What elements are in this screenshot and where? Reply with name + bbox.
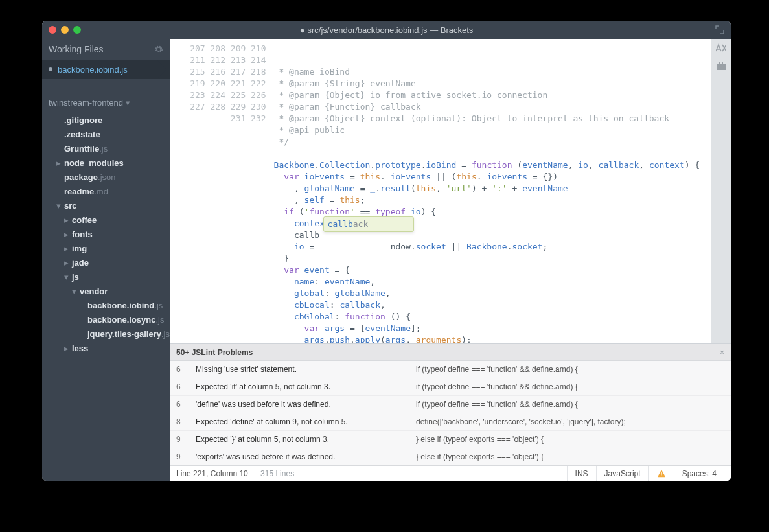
- working-file-item[interactable]: backbone.iobind.js: [42, 60, 170, 79]
- problems-panel: 50+ JSLint Problems × 6Missing 'use stri…: [170, 343, 731, 465]
- tree-item[interactable]: ▸fonts: [49, 227, 170, 241]
- tree-item[interactable]: Gruntfile.js: [49, 141, 170, 156]
- tree-arrow-icon: ▸: [64, 229, 71, 239]
- tree-item[interactable]: ▾js: [49, 270, 170, 284]
- tree-item[interactable]: .zedstate: [49, 127, 170, 141]
- problem-row[interactable]: 8Expected 'define' at column 9, not colu…: [170, 413, 731, 431]
- gear-icon[interactable]: [154, 45, 163, 54]
- tree-item[interactable]: ▸node_modules: [49, 156, 170, 170]
- tree-arrow-icon: ▾: [72, 286, 78, 296]
- project-dropdown[interactable]: twinstream-frontend ▾: [42, 92, 170, 113]
- tree-arrow-icon: ▸: [64, 215, 71, 225]
- modified-dot-icon: [49, 67, 52, 71]
- working-files-header: Working Files: [42, 39, 170, 60]
- close-icon[interactable]: ×: [720, 348, 724, 357]
- tree-arrow-icon: ▸: [64, 244, 71, 253]
- total-lines: — 315 Lines: [251, 469, 294, 478]
- tree-item[interactable]: ▸img: [49, 241, 170, 255]
- extensions-icon[interactable]: [716, 61, 726, 71]
- tree-item[interactable]: package.json: [49, 170, 170, 184]
- tree-arrow-icon: ▾: [64, 272, 71, 282]
- window-title: ●src/js/vendor/backbone.iobind.js — Brac…: [42, 25, 731, 35]
- tree-item[interactable]: ▸jade: [49, 255, 170, 270]
- window-title-text: src/js/vendor/backbone.iobind.js — Brack…: [308, 25, 474, 35]
- tree-item[interactable]: ▾vendor: [49, 284, 170, 298]
- svg-rect-3: [661, 472, 661, 474]
- tree-arrow-icon: ▸: [64, 258, 71, 268]
- tree-arrow-icon: ▸: [56, 158, 63, 168]
- problems-list[interactable]: 6Missing 'use strict' statement.if (type…: [170, 361, 731, 465]
- tree-arrow-icon: ▾: [56, 201, 63, 211]
- svg-rect-0: [717, 64, 726, 70]
- app-window: ●src/js/vendor/backbone.iobind.js — Brac…: [42, 21, 731, 481]
- chevron-down-icon: ▾: [126, 98, 130, 108]
- sidebar: Working Files backbone.iobind.js twinstr…: [42, 39, 170, 481]
- code-source[interactable]: * @name ioBind * @param {String} eventNa…: [271, 39, 711, 343]
- tree-item[interactable]: ▸less: [49, 341, 170, 355]
- language-mode[interactable]: JavaScript: [596, 466, 648, 481]
- tree-item[interactable]: backbone.iobind.js: [49, 298, 170, 312]
- tree-item[interactable]: readme.md: [49, 184, 170, 198]
- problems-panel-header[interactable]: 50+ JSLint Problems ×: [170, 344, 731, 361]
- warning-icon[interactable]: [648, 466, 674, 481]
- problem-row[interactable]: 6'define' was used before it was defined…: [170, 396, 731, 413]
- tree-arrow-icon: ▸: [64, 343, 71, 353]
- tree-item[interactable]: ▾src: [49, 198, 170, 213]
- problem-row[interactable]: 6Expected 'if' at column 5, not column 3…: [170, 378, 731, 396]
- modified-indicator: ●: [300, 25, 305, 35]
- titlebar[interactable]: ●src/js/vendor/backbone.iobind.js — Brac…: [42, 21, 731, 39]
- indent-mode[interactable]: Spaces: 4: [674, 466, 724, 481]
- live-preview-icon[interactable]: [716, 43, 726, 53]
- svg-rect-2: [722, 62, 723, 64]
- problem-row[interactable]: 6Missing 'use strict' statement.if (type…: [170, 361, 731, 378]
- cursor-position[interactable]: Line 221, Column 10: [176, 469, 248, 478]
- svg-rect-1: [719, 62, 720, 64]
- problems-title: 50+ JSLint Problems: [176, 348, 253, 357]
- problem-row[interactable]: 9Expected '}' at column 5, not column 3.…: [170, 431, 731, 448]
- insert-mode[interactable]: INS: [567, 466, 596, 481]
- main-area: 207 208 209 210 211 212 213 214 215 216 …: [170, 39, 731, 481]
- right-toolbar: [711, 39, 731, 343]
- tree-item[interactable]: .gitignore: [49, 113, 170, 127]
- file-tree: .gitignore.zedstateGruntfile.js▸node_mod…: [42, 113, 170, 355]
- line-gutter: 207 208 209 210 211 212 213 214 215 216 …: [170, 39, 271, 343]
- svg-rect-4: [661, 475, 661, 476]
- project-name: twinstream-frontend: [49, 98, 123, 108]
- problem-row[interactable]: 9'exports' was used before it was define…: [170, 448, 731, 465]
- status-bar: Line 221, Column 10 — 315 Lines INS Java…: [170, 465, 731, 481]
- code-editor[interactable]: 207 208 209 210 211 212 213 214 215 216 …: [170, 39, 711, 343]
- code-hint-popup[interactable]: callback: [323, 216, 415, 232]
- tree-item[interactable]: jquery.tiles-gallery.js: [49, 327, 170, 341]
- tree-item[interactable]: ▸coffee: [49, 213, 170, 227]
- working-file-name: backbone.iobind.js: [58, 65, 128, 75]
- tree-item[interactable]: backbone.iosync.js: [49, 312, 170, 327]
